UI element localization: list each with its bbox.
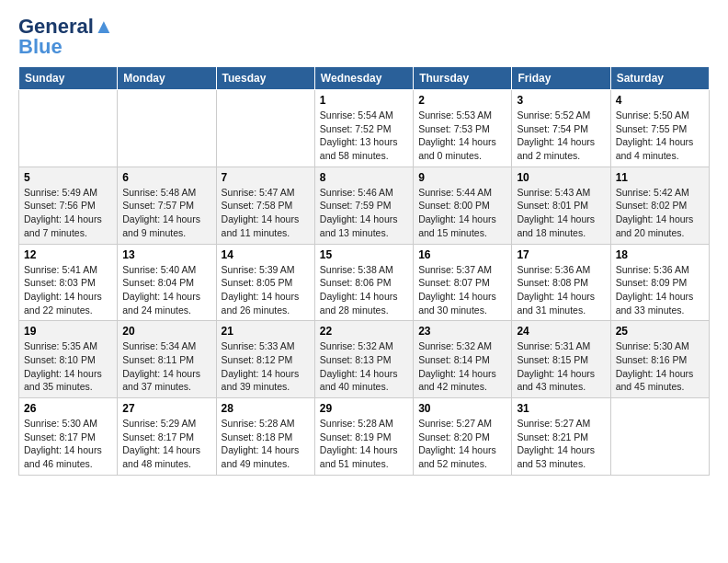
- calendar: SundayMondayTuesdayWednesdayThursdayFrid…: [18, 66, 710, 476]
- day-number: 13: [122, 248, 210, 261]
- day-header-thursday: Thursday: [414, 67, 512, 90]
- day-number: 7: [222, 171, 310, 184]
- day-info: Sunrise: 5:42 AM Sunset: 8:02 PM Dayligh…: [616, 186, 704, 240]
- calendar-cell: 31Sunrise: 5:27 AM Sunset: 8:21 PM Dayli…: [512, 398, 610, 476]
- day-number: 5: [24, 171, 112, 184]
- day-info: Sunrise: 5:50 AM Sunset: 7:55 PM Dayligh…: [616, 109, 704, 163]
- calendar-week-1: 1Sunrise: 5:54 AM Sunset: 7:52 PM Daylig…: [19, 90, 710, 167]
- calendar-cell: 3Sunrise: 5:52 AM Sunset: 7:54 PM Daylig…: [512, 90, 610, 167]
- calendar-cell: 17Sunrise: 5:36 AM Sunset: 8:08 PM Dayli…: [512, 244, 610, 321]
- day-info: Sunrise: 5:27 AM Sunset: 8:21 PM Dayligh…: [517, 417, 605, 471]
- day-header-friday: Friday: [512, 67, 610, 90]
- day-info: Sunrise: 5:52 AM Sunset: 7:54 PM Dayligh…: [517, 109, 605, 163]
- day-info: Sunrise: 5:30 AM Sunset: 8:16 PM Dayligh…: [616, 339, 704, 394]
- day-info: Sunrise: 5:30 AM Sunset: 8:17 PM Dayligh…: [24, 417, 112, 471]
- logo: General▲ Blue: [18, 15, 114, 59]
- day-number: 30: [418, 402, 506, 415]
- calendar-cell: 30Sunrise: 5:27 AM Sunset: 8:20 PM Dayli…: [414, 398, 512, 476]
- day-info: Sunrise: 5:34 AM Sunset: 8:11 PM Dayligh…: [122, 339, 210, 394]
- day-info: Sunrise: 5:46 AM Sunset: 7:59 PM Dayligh…: [320, 186, 408, 240]
- day-info: Sunrise: 5:44 AM Sunset: 8:00 PM Dayligh…: [418, 186, 506, 240]
- day-info: Sunrise: 5:36 AM Sunset: 8:09 PM Dayligh…: [616, 263, 704, 317]
- day-info: Sunrise: 5:29 AM Sunset: 8:17 PM Dayligh…: [122, 417, 210, 471]
- calendar-cell: 22Sunrise: 5:32 AM Sunset: 8:13 PM Dayli…: [314, 321, 413, 398]
- page-header: General▲ Blue: [18, 15, 710, 59]
- day-info: Sunrise: 5:32 AM Sunset: 8:14 PM Dayligh…: [418, 339, 506, 394]
- calendar-cell: 26Sunrise: 5:30 AM Sunset: 8:17 PM Dayli…: [19, 398, 118, 476]
- calendar-cell: 28Sunrise: 5:28 AM Sunset: 8:18 PM Dayli…: [216, 398, 314, 476]
- day-info: Sunrise: 5:35 AM Sunset: 8:10 PM Dayligh…: [24, 339, 112, 394]
- calendar-body: 1Sunrise: 5:54 AM Sunset: 7:52 PM Daylig…: [19, 90, 710, 476]
- day-number: 10: [517, 171, 605, 184]
- day-number: 23: [418, 325, 506, 338]
- day-info: Sunrise: 5:53 AM Sunset: 7:53 PM Dayligh…: [418, 109, 506, 163]
- calendar-cell: 8Sunrise: 5:46 AM Sunset: 7:59 PM Daylig…: [314, 167, 413, 244]
- calendar-cell: 14Sunrise: 5:39 AM Sunset: 8:05 PM Dayli…: [216, 244, 314, 321]
- day-header-wednesday: Wednesday: [314, 67, 413, 90]
- day-number: 1: [320, 94, 408, 107]
- calendar-cell: 2Sunrise: 5:53 AM Sunset: 7:53 PM Daylig…: [414, 90, 512, 167]
- calendar-cell: 6Sunrise: 5:48 AM Sunset: 7:57 PM Daylig…: [118, 167, 216, 244]
- day-info: Sunrise: 5:43 AM Sunset: 8:01 PM Dayligh…: [517, 186, 605, 240]
- day-number: 16: [418, 248, 506, 261]
- calendar-cell: 24Sunrise: 5:31 AM Sunset: 8:15 PM Dayli…: [512, 321, 610, 398]
- day-info: Sunrise: 5:39 AM Sunset: 8:05 PM Dayligh…: [222, 263, 310, 317]
- day-info: Sunrise: 5:33 AM Sunset: 8:12 PM Dayligh…: [222, 339, 310, 394]
- calendar-cell: 1Sunrise: 5:54 AM Sunset: 7:52 PM Daylig…: [314, 90, 413, 167]
- calendar-cell: [19, 90, 118, 167]
- day-info: Sunrise: 5:41 AM Sunset: 8:03 PM Dayligh…: [24, 263, 112, 317]
- calendar-cell: [610, 398, 709, 476]
- day-number: 21: [222, 325, 310, 338]
- calendar-week-4: 19Sunrise: 5:35 AM Sunset: 8:10 PM Dayli…: [19, 321, 710, 398]
- day-info: Sunrise: 5:32 AM Sunset: 8:13 PM Dayligh…: [320, 339, 408, 394]
- calendar-cell: 7Sunrise: 5:47 AM Sunset: 7:58 PM Daylig…: [216, 167, 314, 244]
- calendar-cell: 29Sunrise: 5:28 AM Sunset: 8:19 PM Dayli…: [314, 398, 413, 476]
- day-info: Sunrise: 5:38 AM Sunset: 8:06 PM Dayligh…: [320, 263, 408, 317]
- calendar-cell: 16Sunrise: 5:37 AM Sunset: 8:07 PM Dayli…: [414, 244, 512, 321]
- calendar-week-2: 5Sunrise: 5:49 AM Sunset: 7:56 PM Daylig…: [19, 167, 710, 244]
- day-header-tuesday: Tuesday: [216, 67, 314, 90]
- day-info: Sunrise: 5:36 AM Sunset: 8:08 PM Dayligh…: [517, 263, 605, 317]
- day-header-sunday: Sunday: [19, 67, 118, 90]
- calendar-week-3: 12Sunrise: 5:41 AM Sunset: 8:03 PM Dayli…: [19, 244, 710, 321]
- day-info: Sunrise: 5:40 AM Sunset: 8:04 PM Dayligh…: [122, 263, 210, 317]
- calendar-cell: 11Sunrise: 5:42 AM Sunset: 8:02 PM Dayli…: [610, 167, 709, 244]
- day-number: 11: [616, 171, 704, 184]
- calendar-cell: [118, 90, 216, 167]
- calendar-week-5: 26Sunrise: 5:30 AM Sunset: 8:17 PM Dayli…: [19, 398, 710, 476]
- day-number: 14: [222, 248, 310, 261]
- calendar-cell: 9Sunrise: 5:44 AM Sunset: 8:00 PM Daylig…: [414, 167, 512, 244]
- calendar-cell: 12Sunrise: 5:41 AM Sunset: 8:03 PM Dayli…: [19, 244, 118, 321]
- calendar-cell: 13Sunrise: 5:40 AM Sunset: 8:04 PM Dayli…: [118, 244, 216, 321]
- day-number: 19: [24, 325, 112, 338]
- day-number: 9: [418, 171, 506, 184]
- day-info: Sunrise: 5:31 AM Sunset: 8:15 PM Dayligh…: [517, 339, 605, 394]
- day-header-monday: Monday: [118, 67, 216, 90]
- day-info: Sunrise: 5:28 AM Sunset: 8:18 PM Dayligh…: [222, 417, 310, 471]
- calendar-cell: 27Sunrise: 5:29 AM Sunset: 8:17 PM Dayli…: [118, 398, 216, 476]
- day-number: 27: [122, 402, 210, 415]
- day-number: 3: [517, 94, 605, 107]
- day-info: Sunrise: 5:54 AM Sunset: 7:52 PM Dayligh…: [320, 109, 408, 163]
- day-info: Sunrise: 5:28 AM Sunset: 8:19 PM Dayligh…: [320, 417, 408, 471]
- day-number: 26: [24, 402, 112, 415]
- day-number: 22: [320, 325, 408, 338]
- day-number: 6: [122, 171, 210, 184]
- calendar-cell: 19Sunrise: 5:35 AM Sunset: 8:10 PM Dayli…: [19, 321, 118, 398]
- day-number: 2: [418, 94, 506, 107]
- calendar-cell: 5Sunrise: 5:49 AM Sunset: 7:56 PM Daylig…: [19, 167, 118, 244]
- day-number: 4: [616, 94, 704, 107]
- day-info: Sunrise: 5:47 AM Sunset: 7:58 PM Dayligh…: [222, 186, 310, 240]
- day-number: 17: [517, 248, 605, 261]
- calendar-cell: 21Sunrise: 5:33 AM Sunset: 8:12 PM Dayli…: [216, 321, 314, 398]
- logo-blue: Blue: [18, 35, 63, 59]
- day-number: 18: [616, 248, 704, 261]
- day-info: Sunrise: 5:27 AM Sunset: 8:20 PM Dayligh…: [418, 417, 506, 471]
- calendar-cell: 10Sunrise: 5:43 AM Sunset: 8:01 PM Dayli…: [512, 167, 610, 244]
- day-number: 8: [320, 171, 408, 184]
- calendar-cell: 25Sunrise: 5:30 AM Sunset: 8:16 PM Dayli…: [610, 321, 709, 398]
- calendar-cell: 20Sunrise: 5:34 AM Sunset: 8:11 PM Dayli…: [118, 321, 216, 398]
- calendar-cell: 15Sunrise: 5:38 AM Sunset: 8:06 PM Dayli…: [314, 244, 413, 321]
- day-info: Sunrise: 5:37 AM Sunset: 8:07 PM Dayligh…: [418, 263, 506, 317]
- calendar-cell: 18Sunrise: 5:36 AM Sunset: 8:09 PM Dayli…: [610, 244, 709, 321]
